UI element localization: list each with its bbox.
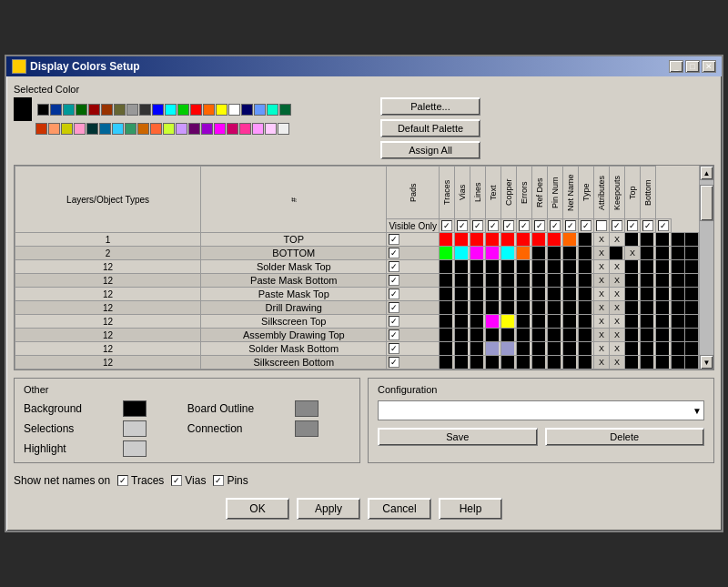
layer-color-cell[interactable] (672, 274, 685, 288)
layer-color-cell[interactable] (517, 260, 532, 274)
vis-lines-cb[interactable]: ✓ (486, 219, 501, 233)
layer-color-cell[interactable] (470, 247, 486, 260)
palette-color-6[interactable] (114, 104, 126, 116)
layer-vis-checkbox[interactable]: ✓ (387, 260, 440, 274)
scroll-down-button[interactable]: ▼ (700, 355, 713, 369)
layer-color-cell[interactable] (685, 356, 699, 369)
layer-color-cell[interactable] (563, 301, 579, 315)
layer-color-cell[interactable] (440, 247, 455, 260)
layer-color-cell[interactable] (440, 274, 455, 288)
palette-color-33[interactable] (201, 123, 213, 135)
connection-swatch[interactable] (295, 420, 318, 437)
layer-color-cell[interactable] (563, 274, 579, 288)
layer-color-cell[interactable] (501, 233, 517, 247)
vias-checkbox[interactable]: ✓ (171, 475, 182, 486)
layer-color-cell[interactable] (625, 274, 641, 288)
palette-color-17[interactable] (254, 104, 266, 116)
layer-color-cell[interactable] (501, 356, 517, 369)
layer-color-cell[interactable] (656, 342, 672, 356)
palette-color-18[interactable] (267, 104, 278, 116)
table-scrollbar[interactable]: ▲ ▼ (699, 166, 713, 369)
layer-color-cell[interactable] (579, 342, 594, 356)
palette-color-4[interactable] (88, 104, 100, 116)
layer-color-cell[interactable] (455, 233, 470, 247)
layer-x-cell[interactable]: X (610, 274, 625, 288)
layer-color-cell[interactable] (455, 260, 470, 274)
layer-color-cell[interactable] (641, 356, 656, 369)
selected-color-swatch[interactable] (14, 97, 32, 121)
layer-color-cell[interactable] (532, 260, 548, 274)
default-palette-button[interactable]: Default Palette (380, 119, 480, 137)
layer-color-cell[interactable] (532, 247, 548, 260)
vis-pinnum-cb[interactable]: ✓ (563, 219, 579, 233)
layer-color-cell[interactable] (672, 301, 685, 315)
layer-color-cell[interactable] (532, 356, 548, 369)
layer-color-cell[interactable] (672, 260, 685, 274)
scroll-up-button[interactable]: ▲ (700, 166, 713, 180)
layer-color-cell[interactable] (532, 288, 548, 301)
layer-color-cell[interactable] (656, 260, 672, 274)
layer-color-cell[interactable] (486, 288, 501, 301)
palette-color-19[interactable] (279, 104, 291, 116)
layer-color-cell[interactable] (641, 342, 656, 356)
layer-color-cell[interactable] (685, 247, 699, 260)
layer-color-cell[interactable] (685, 301, 699, 315)
ok-button[interactable]: OK (226, 498, 289, 520)
layer-color-cell[interactable] (532, 315, 548, 329)
layer-x-cell[interactable]: X (610, 342, 625, 356)
background-swatch[interactable] (123, 400, 147, 417)
layer-color-cell[interactable] (672, 233, 685, 247)
layer-color-cell[interactable] (517, 301, 532, 315)
layer-color-cell[interactable] (517, 356, 532, 369)
palette-color-8[interactable] (139, 104, 151, 116)
layer-color-cell[interactable] (486, 260, 501, 274)
layer-vis-checkbox[interactable]: ✓ (387, 342, 440, 356)
layer-color-cell[interactable] (486, 329, 501, 342)
layer-color-cell[interactable] (548, 356, 563, 369)
palette-color-34[interactable] (214, 123, 226, 135)
vis-keepouts-cb[interactable]: ✓ (625, 219, 641, 233)
layer-color-cell[interactable] (470, 260, 486, 274)
layer-color-cell[interactable] (548, 329, 563, 342)
layer-vis-checkbox[interactable]: ✓ (387, 288, 440, 301)
layer-x-cell[interactable]: X (594, 247, 610, 260)
layer-color-cell[interactable] (672, 288, 685, 301)
palette-color-1[interactable] (50, 104, 62, 116)
layer-color-cell[interactable] (625, 315, 641, 329)
palette-color-13[interactable] (203, 104, 215, 116)
palette-color-12[interactable] (190, 104, 202, 116)
layer-color-cell[interactable] (470, 342, 486, 356)
layer-color-cell[interactable] (548, 233, 563, 247)
palette-color-5[interactable] (101, 104, 113, 116)
layer-x-cell[interactable]: X (610, 233, 625, 247)
layer-x-cell[interactable]: X (594, 288, 610, 301)
layer-color-cell[interactable] (440, 356, 455, 369)
layer-vis-checkbox[interactable]: ✓ (387, 274, 440, 288)
layer-color-cell[interactable] (625, 288, 641, 301)
palette-color-7[interactable] (126, 104, 138, 116)
layer-color-cell[interactable] (641, 274, 656, 288)
layer-color-cell[interactable] (486, 356, 501, 369)
layer-color-cell[interactable] (685, 274, 699, 288)
layer-color-cell[interactable] (625, 301, 641, 315)
layer-x-cell[interactable]: X (610, 288, 625, 301)
traces-checkbox[interactable]: ✓ (117, 475, 128, 486)
layer-color-cell[interactable] (641, 233, 656, 247)
layer-color-cell[interactable] (501, 315, 517, 329)
layer-color-cell[interactable] (548, 247, 563, 260)
vis-pads-cb[interactable]: ✓ (440, 219, 455, 233)
layer-x-cell[interactable]: X (594, 233, 610, 247)
layer-color-cell[interactable] (470, 329, 486, 342)
layer-color-cell[interactable] (656, 247, 672, 260)
layer-x-cell[interactable]: X (610, 301, 625, 315)
layer-color-cell[interactable] (563, 288, 579, 301)
layer-color-cell[interactable] (625, 260, 641, 274)
layer-color-cell[interactable] (685, 288, 699, 301)
minimize-button[interactable]: _ (669, 60, 683, 73)
layer-color-cell[interactable] (579, 288, 594, 301)
config-dropdown[interactable]: ▼ (378, 400, 704, 420)
layer-x-cell[interactable]: X (594, 301, 610, 315)
scroll-track[interactable] (700, 180, 713, 355)
layer-color-cell[interactable] (517, 288, 532, 301)
layer-x-cell[interactable]: X (625, 247, 641, 260)
